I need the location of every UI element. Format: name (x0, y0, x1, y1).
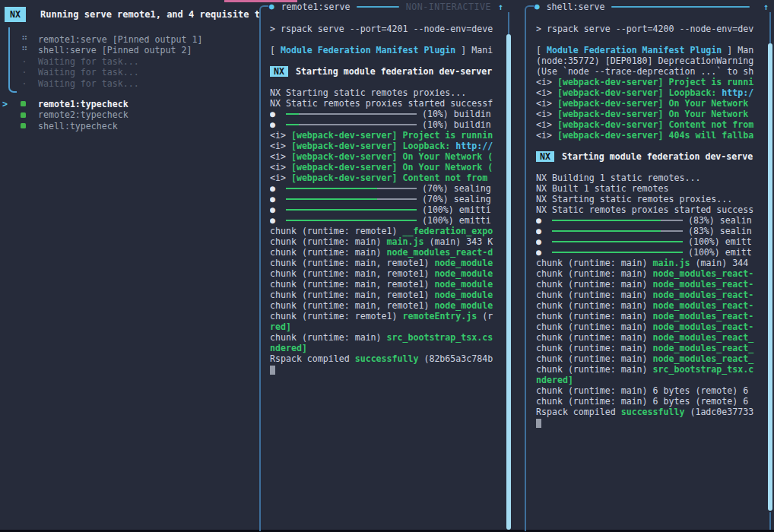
pane-title-shell: shell:serve (547, 2, 605, 12)
terminal-line: ● (70%) sealing (270, 194, 498, 204)
task-list-title: Running serve remote1, and 4 requisite t… (40, 9, 259, 20)
waiting-dot-icon: · (18, 78, 30, 89)
terminal-line: <i> [webpack-dev-server] On Your Network (536, 109, 764, 119)
task-row[interactable]: >remote1:typecheck (0, 99, 259, 109)
progress-dot-icon: ● (270, 119, 286, 130)
terminal-line: <i> [webpack-dev-server] Loopback: http:… (270, 141, 498, 151)
progress-label: (100%) emitti (417, 204, 491, 215)
terminal-line (270, 77, 498, 87)
task-label: Waiting for task... (38, 78, 139, 89)
progress-label: (10%) buildin (417, 119, 491, 130)
progress-bar-remaining (377, 188, 417, 189)
task-label: shell:serve [Pinned output 2] (38, 45, 192, 55)
terminal-line: ● (100%) emitti (270, 215, 498, 226)
task-list-pane: NXRunning serve remote1, and 4 requisite… (0, 0, 259, 530)
terminal-output-remote1: > rspack serve --port=4201 --node-env=de… (270, 24, 498, 375)
terminal-line: <i> [webpack-dev-server] Project is runn… (270, 130, 498, 141)
terminal-line: chunk (runtime: main) src_bootstrap_tsx.… (270, 332, 498, 343)
terminal-line: <i> [webpack-dev-server] Loopback: http:… (536, 87, 764, 98)
running-dot-icon: ● (269, 2, 274, 12)
terminal-line: chunk (runtime: main) src_bootstrap_tsx.… (536, 364, 764, 375)
terminal-line: ● (83%) sealin (536, 215, 764, 226)
terminal-line: <i> [webpack-dev-server] Content not fro… (270, 173, 498, 183)
terminal-line: chunk (runtime: main) node_modules_react… (536, 279, 764, 290)
terminal-line: NX Starting static remotes proxies... (270, 87, 498, 98)
progress-dot-icon: ● (536, 236, 552, 247)
task-row[interactable]: ·Waiting for task... (0, 67, 259, 78)
scrollbar-track[interactable] (508, 12, 509, 34)
selected-pointer-icon: > (2, 99, 8, 109)
spinner-icon: ⠛ (18, 34, 30, 45)
waiting-dot-icon: · (18, 67, 30, 78)
terminal-line: chunk (runtime: main) main.js (main) 343… (270, 236, 498, 247)
progress-bar-remaining (377, 198, 417, 200)
non-interactive-label: NON-INTERACTIVE (406, 2, 491, 12)
terminal-line: ● (70%) sealing (270, 183, 498, 194)
terminal-line: chunk (runtime: main) node_modules_react… (270, 247, 498, 258)
terminal-line: chunk (runtime: main) node_modules_react… (536, 268, 764, 279)
progress-label: (83%) sealin (683, 226, 752, 236)
task-list-header: NXRunning serve remote1, and 4 requisite… (5, 9, 259, 20)
terminal-cursor (270, 366, 275, 375)
progress-bar-done (552, 252, 683, 253)
terminal-line: ● (100%) emitti (270, 204, 498, 215)
progress-label: (70%) sealing (417, 183, 491, 194)
terminal-line: chunk (runtime: main) 6 bytes (remote) 6 (536, 385, 764, 396)
terminal-line: [ Module Federation Manifest Plugin ] Ma… (270, 45, 498, 55)
terminal-line: chunk (runtime: main) node_modules_react… (536, 300, 764, 311)
terminal-line: chunk (runtime: main) main.js (main) 344 (536, 258, 764, 268)
terminal-line: chunk (runtime: main) node_modules_react… (536, 343, 764, 353)
progress-bar-done (286, 209, 417, 211)
task-row[interactable]: ⠛remote1:serve [Pinned output 1] (0, 34, 259, 45)
terminal-output-shell: > rspack serve --port=4200 --node-env=de… (536, 24, 764, 428)
terminal-line: <i> [webpack-dev-server] Content not fro… (536, 119, 764, 130)
pane-header-remote1[interactable]: ● remote1:serve NON-INTERACTIVE ↑ (260, 0, 513, 14)
progress-bar-done (286, 113, 299, 115)
task-row[interactable]: ·Waiting for task... (0, 78, 259, 89)
terminal-line: ● (83%) sealin (536, 226, 764, 236)
task-row[interactable]: remote2:typecheck (0, 109, 259, 120)
progress-dot-icon: ● (536, 226, 552, 236)
progress-bar-done (286, 198, 377, 200)
pane-border-shell (525, 5, 534, 531)
pane-header-shell[interactable]: ● shell:serve ↑ (525, 0, 772, 14)
terminal-line (536, 34, 764, 45)
progress-label: (100%) emitti (417, 215, 491, 226)
scrollbar-thumb[interactable] (506, 34, 511, 530)
progress-bar-done (286, 124, 299, 125)
progress-dot-icon: ● (536, 215, 552, 226)
nx-badge: NX (536, 151, 554, 162)
task-row[interactable]: ·Waiting for task... (0, 56, 259, 67)
progress-dot-icon: ● (270, 204, 286, 215)
terminal-line: <i> [webpack-dev-server] On Your Network… (270, 162, 498, 173)
terminal-line: (Use `node --trace-deprecation ...` to s… (536, 66, 764, 77)
scrollbar-thumb[interactable] (768, 43, 772, 511)
progress-bar-remaining (661, 220, 683, 221)
progress-dot-icon: ● (270, 194, 286, 204)
scrollbar-track[interactable] (769, 12, 771, 43)
scroll-up-arrow-icon[interactable]: ↑ (498, 2, 503, 12)
terminal-line: ndered] (270, 343, 498, 353)
terminal-line: chunk (runtime: main) node_modules_react… (536, 332, 764, 343)
task-label: remote2:typecheck (38, 109, 128, 120)
pane-border-remote1 (259, 5, 268, 531)
task-list: ⠛remote1:serve [Pinned output 1]⠛shell:s… (0, 34, 259, 131)
progress-bar-remaining (299, 113, 417, 115)
task-label: shell:typecheck (38, 121, 118, 131)
waiting-dot-icon: · (18, 56, 30, 67)
terminal-line: chunk (runtime: main) node_modules_react… (536, 353, 764, 364)
task-status-square-icon (21, 123, 26, 128)
progress-dot-icon: ● (270, 215, 286, 226)
scrollbar-track[interactable] (769, 512, 771, 530)
terminal-line: chunk (runtime: main, remote1) node_modu… (270, 268, 498, 279)
terminal-line: NX Built 1 static remotes (536, 183, 764, 194)
task-row[interactable]: ⠛shell:serve [Pinned output 2] (0, 45, 259, 55)
terminal-line: ● (10%) buildin (270, 119, 498, 130)
terminal-line: red] (270, 321, 498, 332)
nx-badge: NX (5, 7, 26, 22)
pane-header-rule (357, 6, 398, 8)
scroll-up-arrow-icon[interactable]: ↑ (763, 2, 769, 12)
terminal-line: chunk (runtime: main, remote1) node_modu… (270, 290, 498, 300)
progress-bar-done (286, 188, 377, 189)
task-row[interactable]: shell:typecheck (0, 121, 259, 131)
